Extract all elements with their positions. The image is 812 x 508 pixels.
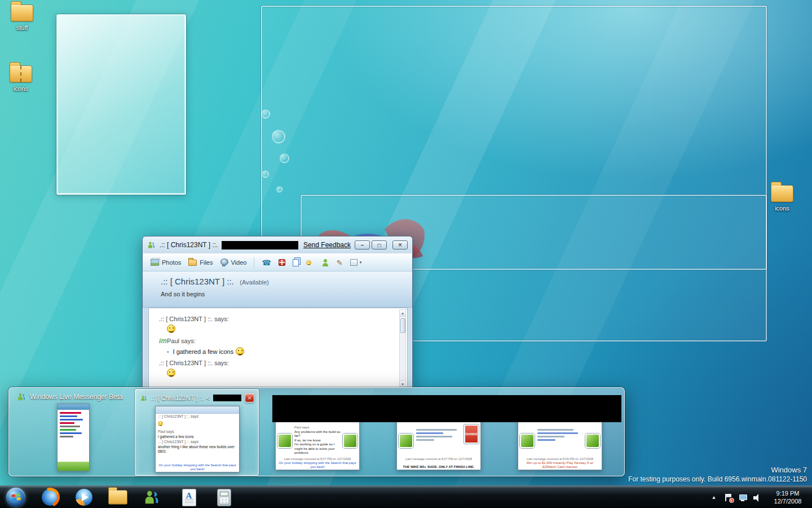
smiley-emoticon: [236, 347, 244, 356]
desktop-icon-label: stuff: [16, 24, 28, 31]
message-bullet: [167, 348, 171, 355]
close-button[interactable]: [392, 240, 408, 249]
desktop-icon-icons-zip[interactable]: icons: [0, 65, 42, 92]
mini-ad-caption: On your holiday shopping with the Search…: [157, 463, 237, 471]
handwriting-button[interactable]: [337, 259, 343, 267]
taskbar-button-media-player[interactable]: [71, 486, 97, 508]
add-person-icon: [322, 259, 329, 266]
calculator-icon: [217, 489, 231, 506]
media-player-icon: [76, 489, 92, 506]
display-picture: [343, 433, 358, 448]
mini-chat-line: .:: [ Chris123NT ] ::. says:: [156, 439, 239, 444]
network-icon: [739, 493, 747, 502]
mini-chat-line: Paul says:: [156, 429, 239, 434]
photos-icon: [151, 259, 159, 266]
toolbar-separator: [254, 257, 254, 268]
smiley-emoticon: [167, 325, 175, 333]
mini-ad-caption: On your holiday shopping with the Search…: [277, 461, 358, 469]
taskbar-button-firefox[interactable]: [37, 486, 63, 508]
mini-chat-line: I gathered a few icons: [156, 434, 239, 439]
contact-name: .:: [ Chris123NT ] ::.: [161, 277, 234, 286]
windows-flag-icon: [11, 493, 21, 502]
minimize-button[interactable]: [355, 240, 370, 249]
invite-button[interactable]: [322, 259, 329, 266]
display-picture: [399, 433, 413, 448]
preview-thumbnail-contact-list[interactable]: [57, 404, 90, 471]
tray-volume[interactable]: [751, 486, 764, 508]
scroll-down-arrow[interactable]: ▼: [400, 380, 405, 387]
maximize-button[interactable]: [372, 240, 387, 249]
last-message-meta: Last message received at 8:07 PM on 12/7…: [399, 457, 479, 461]
taskbar-button-wordpad[interactable]: [176, 486, 202, 508]
conversation-mini: .:: [ Chris123NT ] ::. says: Paul says: …: [155, 406, 240, 472]
folder-icon: [11, 5, 33, 21]
contact-list-mini: [57, 404, 90, 471]
messenger-icon: [17, 392, 26, 401]
call-button[interactable]: [262, 259, 271, 267]
scrollbar-thumb[interactable]: [400, 318, 405, 333]
start-button[interactable]: [3, 486, 28, 508]
taskbar: ▲ 9:19 PM 12/7/2008: [0, 485, 812, 508]
ad-banner: CHANGE: [464, 424, 479, 444]
tray-action-center[interactable]: [722, 486, 734, 508]
mini-ad-caption: Win up to $1,000 Instantly Play Fantasy …: [520, 461, 600, 469]
active-thumb-title: .:: [ Chris123NT ] ::. <: [151, 395, 210, 401]
taskbar-button-explorer[interactable]: [105, 486, 131, 508]
display-picture: [585, 433, 600, 448]
empty-glass-window-small[interactable]: [56, 14, 186, 195]
games-icon: [279, 259, 285, 266]
photos-button[interactable]: Photos: [151, 259, 181, 266]
folder-icon: [771, 185, 793, 202]
games-button[interactable]: [279, 259, 285, 266]
send-feedback-link[interactable]: Send Feedback: [303, 241, 351, 249]
mini-titlebar: [156, 406, 239, 414]
redacted-area: [272, 395, 621, 422]
speaker-icon: [753, 493, 762, 502]
display-picture: [277, 433, 292, 448]
tray-show-hidden-icons[interactable]: ▲: [708, 486, 720, 508]
files-button[interactable]: Files: [188, 259, 213, 266]
desktop-icon-icons-right[interactable]: icons: [761, 185, 803, 212]
mini-chat-line: .:: [ Chris123NT ] ::. says:: [156, 414, 239, 419]
taskbar-button-calculator[interactable]: [211, 486, 237, 508]
files-icon: [188, 260, 197, 266]
message-sender: .:: [ Chris123NT ] ::. says:: [159, 360, 395, 366]
messenger-conversation-window[interactable]: .:: [ Chris123NT ] ::. Send Feedback Pho…: [142, 236, 413, 388]
document-icon: [182, 489, 196, 506]
mini-chat-lines: Paul says: Any problems with the build s…: [294, 426, 341, 456]
tray-network[interactable]: [736, 486, 749, 508]
emoticon-icon: [306, 260, 311, 265]
desktop: stuff icons icons .:: [ Chris123NT ] ::.…: [0, 0, 812, 508]
taskbar-clock[interactable]: 9:19 PM 12/7/2008: [766, 486, 810, 508]
build-watermark: Windows 7 For testing purposes only. Bui…: [628, 466, 807, 483]
preview-thumbnail-active[interactable]: .:: [ Chris123NT ] ::. < .:: [ Chris123N…: [135, 389, 259, 476]
flyout-header: Windows Live Messenger Beta: [17, 392, 123, 401]
mini-contact-rows: [58, 410, 89, 440]
last-message-meta: Last message received at 8:07 PM on 12/7…: [277, 457, 358, 461]
chat-history[interactable]: .:: [ Chris123NT ] ::. says: imPaul says…: [148, 308, 408, 388]
video-label: Video: [231, 259, 246, 266]
taskbar-button-messenger[interactable]: [139, 486, 165, 508]
zip-folder-icon: [10, 65, 32, 82]
message-sender: imPaul says:: [159, 337, 395, 345]
mini-ad-caption: THE NIKE M3+ SHOE. ONLY AT FINISH LINE.: [399, 465, 479, 469]
build-string-text: For testing purposes only. Build 6956.wi…: [628, 475, 807, 483]
webcam-icon: [220, 259, 228, 266]
close-preview-button[interactable]: [245, 393, 254, 402]
chat-scrollbar[interactable]: ▲ ▼: [399, 309, 406, 388]
titlebar[interactable]: .:: [ Chris123NT ] ::. Send Feedback: [143, 237, 412, 253]
video-button[interactable]: Video: [220, 259, 246, 266]
desktop-icon-stuff[interactable]: stuff: [1, 5, 43, 31]
emoticons-button[interactable]: [306, 259, 315, 267]
more-options-button[interactable]: [350, 259, 363, 266]
scroll-up-arrow[interactable]: ▲: [400, 310, 405, 317]
activities-button[interactable]: [293, 259, 299, 266]
firefox-icon: [42, 489, 59, 506]
display-picture: [520, 433, 535, 448]
im-logo: im: [159, 337, 167, 345]
conversation-toolbar: Photos Files Video: [143, 253, 412, 271]
error-badge-icon: [729, 498, 734, 503]
activities-icon: [293, 259, 299, 266]
messenger-icon: [147, 240, 156, 249]
conversation-header: .:: [ Chris123NT ] ::. (Available) And s…: [143, 271, 412, 308]
